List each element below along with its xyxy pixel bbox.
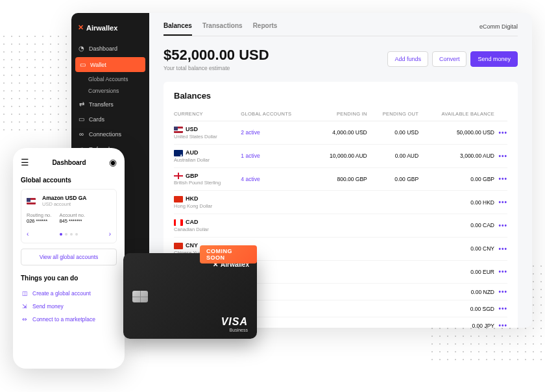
tab-transactions[interactable]: Transactions bbox=[202, 22, 243, 36]
sidebar-item-connections[interactable]: ∞Connections bbox=[71, 127, 149, 141]
sidebar-item-label: Cards bbox=[89, 116, 104, 123]
routing-label: Routing no. bbox=[27, 212, 51, 218]
pending-out bbox=[367, 284, 418, 300]
currency-name: Canadian Dollar bbox=[174, 227, 209, 232]
mobile-title: Dashboard bbox=[52, 159, 86, 166]
account-number-label: Account no. bbox=[59, 212, 85, 218]
transfers-icon: ⇄ bbox=[78, 101, 85, 108]
cn-flag-icon bbox=[174, 243, 183, 249]
routing-number: 026 ****** bbox=[27, 218, 47, 224]
available-balance: 3,000.00 AUD bbox=[418, 144, 494, 167]
send-money-button[interactable]: Send money bbox=[470, 51, 518, 67]
action-label: Send money bbox=[32, 303, 64, 310]
view-all-accounts-button[interactable]: View all global accounts bbox=[21, 249, 117, 265]
sidebar-subitem[interactable]: Global Accounts bbox=[71, 73, 149, 85]
action-label: Create a global account bbox=[32, 290, 91, 297]
account-card[interactable]: Amazon USD GA USD account Routing no.026… bbox=[21, 189, 117, 243]
more-icon[interactable]: ••• bbox=[498, 268, 507, 275]
convert-button[interactable]: Convert bbox=[432, 51, 467, 67]
sidebar-item-label: Transfers bbox=[89, 101, 114, 108]
col-available: AVAILABLE BALANCE bbox=[418, 107, 494, 121]
more-icon[interactable]: ••• bbox=[498, 175, 507, 182]
mobile-phone: ☰ Dashboard ◉ Global accounts Amazon USD… bbox=[13, 148, 125, 369]
currency-code: CAD bbox=[186, 219, 199, 225]
coming-soon-badge: COMING SOON bbox=[200, 245, 257, 263]
pending-in bbox=[313, 214, 367, 238]
active-accounts-link[interactable]: 4 active bbox=[241, 176, 260, 182]
more-icon[interactable]: ••• bbox=[498, 129, 507, 136]
account-name: Amazon USD GA bbox=[42, 195, 86, 201]
pager-next-icon[interactable]: › bbox=[109, 230, 111, 238]
currency-code: CNY bbox=[186, 242, 198, 249]
pending-out bbox=[367, 300, 418, 317]
action-icon: ◫ bbox=[21, 290, 29, 297]
available-balance: 0.00 GBP bbox=[418, 167, 494, 191]
available-balance: 0.00 NZD bbox=[418, 284, 494, 300]
sidebar-item-wallet[interactable]: ▭Wallet bbox=[75, 57, 145, 72]
account-number: 845 ******* bbox=[59, 218, 82, 224]
hk-flag-icon bbox=[174, 196, 183, 202]
cards-icon: ▭ bbox=[78, 116, 85, 123]
active-accounts-link[interactable]: 1 active bbox=[241, 153, 260, 159]
col-currency: CURRENCY bbox=[174, 107, 241, 121]
company-name[interactable]: eComm Digital bbox=[479, 23, 518, 30]
currency-code: AUD bbox=[186, 149, 199, 156]
hamburger-icon[interactable]: ☰ bbox=[21, 157, 29, 167]
pending-out bbox=[367, 260, 418, 284]
more-icon[interactable]: ••• bbox=[498, 153, 507, 160]
sidebar-item-dashboard[interactable]: ◔Dashboard bbox=[71, 41, 149, 56]
logo-mark-icon: ✕ bbox=[78, 23, 84, 32]
active-accounts-link[interactable]: 2 active bbox=[241, 129, 260, 136]
col-global: GLOBAL ACCOUNTS bbox=[241, 107, 313, 121]
pending-out: 0.00 GBP bbox=[367, 167, 418, 191]
sidebar-subitem[interactable]: Conversions bbox=[71, 85, 149, 97]
more-icon[interactable]: ••• bbox=[498, 222, 507, 229]
pending-in bbox=[313, 317, 367, 328]
chip-icon bbox=[132, 291, 148, 302]
pending-in: 10,000.00 AUD bbox=[313, 144, 367, 167]
more-icon[interactable]: ••• bbox=[498, 245, 507, 252]
sidebar-item-label: Connections bbox=[89, 131, 121, 138]
balance-subtitle: Your total balance estimate bbox=[164, 65, 269, 71]
profile-icon[interactable]: ◉ bbox=[109, 157, 117, 167]
available-balance: 0.00 SGD bbox=[418, 300, 494, 317]
brand-name: Airwallex bbox=[86, 24, 117, 32]
more-icon[interactable]: ••• bbox=[498, 288, 507, 295]
gb-flag-icon bbox=[174, 173, 183, 179]
quick-action[interactable]: ◫Create a global account bbox=[21, 287, 117, 300]
pager-prev-icon[interactable]: ‹ bbox=[27, 230, 29, 238]
card-network: VISA bbox=[221, 316, 248, 328]
tab-reports[interactable]: Reports bbox=[253, 22, 278, 36]
pending-out bbox=[367, 237, 418, 260]
sidebar-item-transfers[interactable]: ⇄Transfers bbox=[71, 97, 149, 112]
wallet-icon: ▭ bbox=[79, 61, 86, 68]
available-balance: 50,000.00 USD bbox=[418, 121, 494, 145]
card-type: Business bbox=[221, 328, 248, 332]
global-accounts-heading: Global accounts bbox=[21, 177, 117, 184]
available-balance: 0.00 EUR bbox=[418, 260, 494, 284]
pending-in bbox=[313, 260, 367, 284]
quick-action[interactable]: ⇔Connect to a marketplace bbox=[21, 313, 117, 326]
more-icon[interactable]: ••• bbox=[498, 305, 507, 312]
currency-code: HKD bbox=[186, 195, 199, 202]
sidebar-item-label: Wallet bbox=[90, 62, 106, 68]
pending-in bbox=[313, 300, 367, 317]
more-icon[interactable]: ••• bbox=[498, 199, 507, 206]
quick-action[interactable]: ⇲Send money bbox=[21, 300, 117, 313]
tab-balances[interactable]: Balances bbox=[164, 22, 192, 36]
available-balance: 0.00 CAD bbox=[418, 214, 494, 238]
us-flag-icon bbox=[27, 198, 36, 204]
add-funds-button[interactable]: Add funds bbox=[387, 51, 428, 67]
pager-dots bbox=[60, 233, 78, 236]
pending-in bbox=[313, 237, 367, 260]
sidebar-item-cards[interactable]: ▭Cards bbox=[71, 112, 149, 127]
pending-out: 0.00 AUD bbox=[367, 144, 418, 167]
table-row: USDUnited States Dollar 2 active 4,000.0… bbox=[174, 121, 507, 145]
col-pending-out: PENDING OUT bbox=[367, 107, 418, 121]
total-balance: $52,000.00 USD bbox=[164, 47, 269, 64]
action-icon: ⇔ bbox=[21, 316, 29, 323]
table-row: GBPBritish Pound Sterling 4 active 800.0… bbox=[174, 167, 507, 191]
pending-in bbox=[313, 191, 367, 214]
pending-out bbox=[367, 317, 418, 328]
more-icon[interactable]: ••• bbox=[498, 322, 507, 328]
